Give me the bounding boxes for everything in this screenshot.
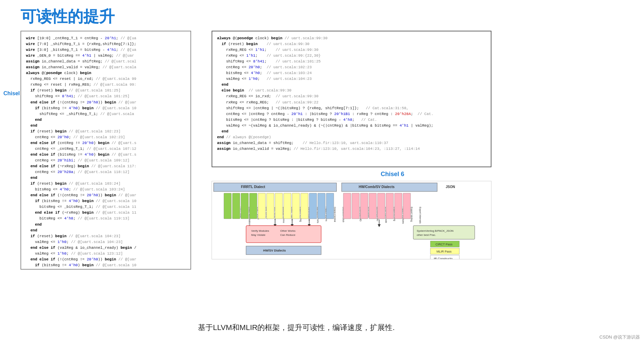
svg-text:other best Prac.: other best Prac. [417,233,436,237]
svg-text:SystemVerilog B/PACK_JSON: SystemVerilog B/PACK_JSON [417,229,454,232]
svg-rect-36 [360,193,368,219]
svg-text:MLIR Pass: MLIR Pass [437,250,452,253]
svg-text:CIRCT Pass: CIRCT Pass [435,243,453,246]
svg-text:HW/SV Dialects: HW/SV Dialects [263,249,286,252]
svg-rect-10 [241,193,248,219]
svg-text:Can Reduce: Can Reduce [280,233,296,237]
svg-rect-14 [258,193,266,219]
svg-rect-44 [395,193,402,219]
svg-text:JSON: JSON [446,185,455,189]
left-code-content: wire [19:0] _cntReg_T_1 = cntReg - 20'h1… [26,35,186,270]
bottom-text: 基于LLVM和MLIR的框架，提升可读性，编译速度，扩展性. [198,323,395,333]
watermark: CSDN @说下游识器 [599,334,640,340]
svg-rect-0 [214,183,337,191]
svg-rect-46 [403,193,411,219]
svg-text:HW/Comb/SV Dialects: HW/Comb/SV Dialects [359,185,395,189]
svg-rect-42 [386,193,393,219]
svg-rect-18 [275,193,283,219]
right-code-content: always @(posedge clock) begin // uart.sc… [217,35,486,152]
diagram-panel: FIRRTL Dialect HW/Comb/SV Dialects JSON … [212,181,491,259]
svg-rect-28 [318,193,325,219]
svg-rect-8 [232,193,240,219]
svg-rect-22 [292,193,300,219]
left-code-panel: wire [19:0] _cntReg_T_1 = cntReg - 20'h1… [20,31,191,270]
svg-text:FIRRTL Dialect: FIRRTL Dialect [241,185,266,189]
svg-rect-26 [309,193,317,219]
svg-text:Export Internals: Export Internals [419,207,421,224]
svg-rect-32 [343,193,351,219]
page-title: 可读性的提升 [20,6,115,27]
svg-text:Other Works: Other Works [280,229,296,232]
svg-rect-20 [284,193,291,219]
svg-rect-6 [224,193,231,219]
svg-rect-12 [249,193,257,219]
svg-rect-38 [369,193,376,219]
svg-text:May Violate: May Violate [251,233,266,237]
svg-rect-40 [377,193,385,219]
svg-rect-24 [301,193,308,219]
svg-rect-16 [267,193,274,219]
svg-rect-30 [326,193,334,219]
chisel6-label: Chisel 6 [358,171,427,178]
right-code-panel: always @(posedge clock) begin // uart.sc… [212,31,491,167]
svg-text:Verify Modules: Verify Modules [251,229,269,232]
svg-rect-34 [352,193,359,219]
svg-rect-59 [413,226,475,239]
svg-text:IR Constructo: IR Constructo [434,257,453,259]
svg-text:Grand-Central: Grand-Central [334,207,336,222]
architecture-diagram: FIRRTL Dialect HW/Comb/SV Dialects JSON … [212,181,491,259]
